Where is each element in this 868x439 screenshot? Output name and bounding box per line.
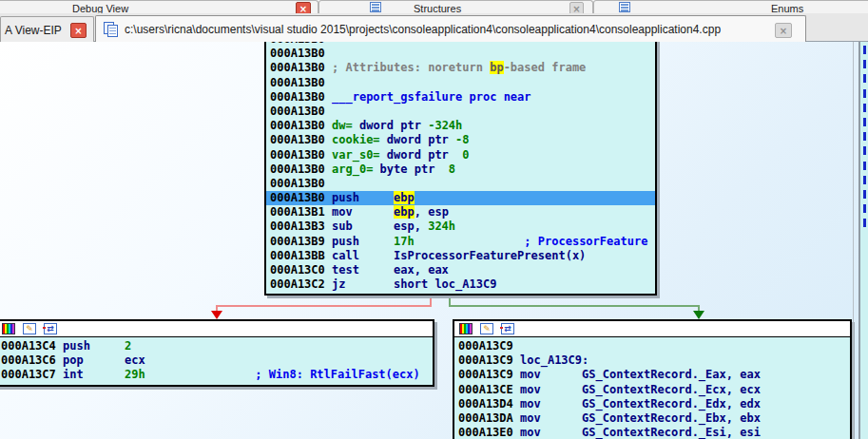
tab-label: A View-EIP [5,24,62,37]
tab-view-eip[interactable]: A View-EIP × [0,16,94,43]
tab-source-file[interactable]: c:\users\ricna\documents\visual studio 2… [95,15,806,43]
disasm-line[interactable]: 000A13CE mov GS_ContextRecord._Ecx, ecx [454,383,850,397]
clipped-text-mark [863,162,866,170]
file-path-label: c:\users\ricna\documents\visual studio 2… [125,23,721,36]
clipped-text-mark [863,176,866,184]
disasm-line[interactable]: 000A13B0 dw= dword ptr -324h [266,119,655,133]
edit-node-pencil-icon[interactable]: ✎ [23,323,36,334]
enums-icon [619,2,630,12]
disasm-line[interactable]: 000A13C0 test eax, eax [266,263,655,277]
clipped-text-mark [863,60,866,68]
clipped-text-mark [863,146,866,155]
disasm-line[interactable]: 000A13B0 [266,105,655,119]
clipped-text-mark [863,204,866,213]
ida-debug-window: Debug View × Structures × Enums A View-E… [0,0,868,439]
disasm-line[interactable]: 000A13C6 pop ecx [0,353,433,368]
disasm-node-failfast[interactable]: ✎ ⇄ 000A13C4 push 2000A13C6 pop ecx000A1… [0,319,434,387]
disasm-line[interactable]: 000A13B0 [266,177,655,191]
clipped-text-mark [863,46,866,54]
clipped-text-mark [863,132,866,141]
disasm-line[interactable]: 000A13B9 push 17h ; ProcessorFeature [266,235,655,249]
top-tab-bar: Debug View × Structures × Enums [0,0,868,13]
disasm-node-main[interactable]: 000A13B0000A13B0000A13B0 ; Attributes: n… [264,42,657,296]
disasm-line[interactable]: 000A13B3 sub esp, 324h [266,220,655,234]
clipped-text-mark [863,118,866,126]
disasm-node-loc-a13c9[interactable]: ✎ ⇄ 000A13C9000A13C9 loc_A13C9:000A13C9 … [453,319,852,439]
node-sliver-border [853,42,854,439]
disasm-line[interactable]: 000A13C2 jz short loc_A13C9 [266,277,655,292]
disasm-line[interactable]: 000A13B0 var_s0= dword ptr 0 [266,148,655,162]
disasm-line[interactable]: 000A13BB call IsProcessorFeaturePresent(… [266,249,655,263]
node-title-bar: ✎ ⇄ [0,321,433,337]
disasm-line[interactable]: 000A13B0 ; Attributes: noreturn bp-based… [266,61,655,75]
disasm-line[interactable]: 000A13B1 mov ebp, esp [266,205,655,220]
clipped-text-mark [863,190,866,199]
edit-node-pencil-icon[interactable]: ✎ [480,323,493,334]
group-node-icon[interactable]: ⇄ [44,323,57,334]
true-branch-edge [450,295,699,312]
tab-debug-view[interactable]: Debug View × [0,0,318,14]
true-branch-arrow-icon [693,311,704,319]
disasm-line[interactable]: 000A13B0 arg_0= byte ptr 8 [266,162,655,177]
source-file-icon [104,22,118,36]
group-node-icon[interactable]: ⇄ [501,323,514,334]
disasm-line[interactable]: 000A13B0 ___report_gsfailure proc near [266,90,655,105]
disasm-line[interactable]: 000A13C9 [454,339,850,353]
disasm-line[interactable]: 000A13B0 [266,76,655,90]
node-title-bar: ✎ ⇄ [454,321,850,337]
clipped-text-mark [863,219,866,227]
disasm-line[interactable]: 000A13C9 mov GS_ContextRecord._Eax, eax [454,368,850,382]
clipped-text-mark [863,89,866,98]
tab-enums[interactable]: Enums [593,0,868,14]
node-color-palette-icon[interactable] [459,323,473,334]
disasm-line[interactable]: 000A13DA mov GS_ContextRecord._Ebx, ebx [454,411,850,426]
graph-view[interactable]: 000A13B0000A13B0000A13B0 ; Attributes: n… [0,42,868,439]
structures-icon [370,2,381,12]
node-color-palette-icon[interactable] [2,323,15,334]
disasm-line[interactable]: 000A13C9 loc_A13C9: [454,353,850,368]
clipped-text-mark [863,104,866,112]
clipped-text-mark [863,74,866,83]
close-icon[interactable]: × [70,23,87,38]
disasm-line[interactable]: 000A13E0 mov GS_ContextRecord._Esi, esi [454,426,850,439]
document-tab-bar: A View-EIP × c:\users\ricna\documents\vi… [0,13,868,42]
disasm-line[interactable]: 000A13C7 int 29h ; Win8: RtlFailFast(ecx… [0,368,433,382]
disasm-line[interactable]: 000A13D4 mov GS_ContextRecord._Edx, edx [454,397,850,411]
close-icon[interactable]: × [775,23,792,38]
disasm-line[interactable]: 000A13C4 push 2 [0,339,433,353]
false-branch-arrow-icon [211,311,222,319]
clipped-node-sliver[interactable] [858,42,868,439]
disasm-line-selected[interactable]: 000A13B0 push ebp [266,191,655,205]
disasm-line[interactable]: 000A13B0 cookie= dword ptr -8 [266,133,655,147]
tab-structures[interactable]: Structures × [318,0,593,14]
false-branch-edge [217,295,431,312]
disasm-line[interactable]: 000A13B0 [266,47,655,61]
